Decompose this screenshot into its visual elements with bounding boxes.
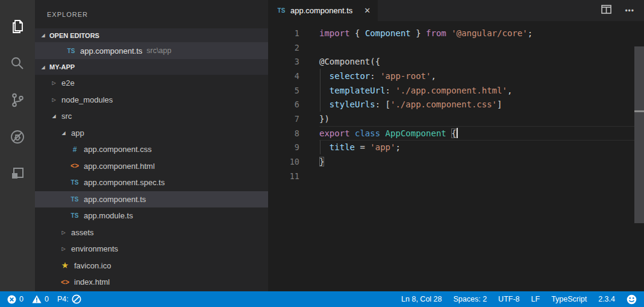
code-line-11[interactable]: 11 bbox=[268, 169, 644, 183]
tab-label: app.component.ts bbox=[290, 6, 352, 15]
code-token: 'app-root' bbox=[380, 71, 431, 81]
tree-item-environments[interactable]: ▷environments bbox=[35, 241, 268, 258]
line-number[interactable]: 11 bbox=[268, 171, 319, 181]
indent-guide bbox=[320, 97, 320, 112]
code-token bbox=[319, 100, 330, 109]
tree-item-favicon.ico[interactable]: ★favicon.ico bbox=[35, 258, 268, 274]
eol-sequence[interactable]: LF bbox=[531, 295, 540, 303]
code-token: '@angular/core' bbox=[451, 28, 527, 38]
code-token: , bbox=[507, 86, 512, 95]
project-header[interactable]: ◢ MY-APP bbox=[35, 59, 268, 75]
editor-scrollbar bbox=[634, 42, 644, 291]
line-content: export class AppComponent { bbox=[319, 126, 644, 141]
scrollbar-slider[interactable] bbox=[634, 46, 644, 223]
debug-icon[interactable] bbox=[0, 118, 35, 155]
tree-item-assets[interactable]: ▷assets bbox=[35, 224, 268, 241]
editor-actions: ••• bbox=[601, 0, 644, 21]
typescript-version[interactable]: 2.3.4 bbox=[598, 295, 615, 303]
tree-item-app[interactable]: ◢app bbox=[35, 125, 268, 142]
encoding[interactable]: UTF-8 bbox=[498, 295, 519, 303]
code-line-7[interactable]: 7}) bbox=[268, 112, 644, 126]
language-mode[interactable]: TypeScript bbox=[551, 295, 587, 303]
html-file-icon: <> bbox=[60, 278, 70, 286]
tab-app-component-ts[interactable]: TS app.component.ts ✕ bbox=[268, 0, 378, 21]
tree-item-label: node_modules bbox=[61, 95, 113, 104]
line-number[interactable]: 9 bbox=[268, 142, 319, 152]
code-token: : bbox=[370, 71, 380, 81]
perforce-status[interactable]: P4: bbox=[57, 294, 81, 304]
tree-item-label: app.component.spec.ts bbox=[84, 178, 164, 187]
tree-item-app.component.spec.ts[interactable]: TSapp.component.spec.ts bbox=[35, 174, 268, 191]
more-actions-icon[interactable]: ••• bbox=[625, 7, 634, 15]
search-icon[interactable] bbox=[0, 45, 35, 81]
code-token: import bbox=[319, 28, 350, 38]
split-editor-icon[interactable] bbox=[601, 5, 611, 16]
code-token bbox=[319, 142, 330, 152]
status-left: 0 0 P4: bbox=[7, 294, 81, 304]
open-editors-label: OPEN EDITORS bbox=[49, 32, 99, 39]
code-line-9[interactable]: 9 title = 'app'; bbox=[268, 141, 644, 155]
code-editor[interactable]: 1import { Component } from '@angular/cor… bbox=[268, 21, 644, 291]
sidebar-explorer: EXPLORER ◢ OPEN EDITORS TS app.component… bbox=[35, 0, 268, 291]
code-token bbox=[446, 28, 451, 38]
line-number[interactable]: 6 bbox=[268, 100, 319, 109]
extensions-icon[interactable] bbox=[0, 155, 35, 192]
tree-item-node_modules[interactable]: ▷node_modules bbox=[35, 92, 268, 109]
line-number[interactable]: 10 bbox=[268, 157, 319, 166]
tree-item-app.component.ts[interactable]: TSapp.component.ts bbox=[35, 191, 268, 208]
open-editors-header[interactable]: ◢ OPEN EDITORS bbox=[35, 28, 268, 42]
sidebar-title: EXPLORER bbox=[35, 0, 268, 28]
code-token: { bbox=[451, 128, 456, 138]
code-line-5[interactable]: 5 templateUrl: './app.component.html', bbox=[268, 83, 644, 98]
close-tab-icon[interactable]: ✕ bbox=[364, 6, 370, 15]
code-line-8[interactable]: 8export class AppComponent { bbox=[268, 126, 644, 141]
indentation[interactable]: Spaces: 2 bbox=[454, 295, 487, 303]
code-token: styleUrls bbox=[330, 100, 375, 109]
line-content bbox=[319, 40, 644, 55]
code-line-4[interactable]: 4 selector: 'app-root', bbox=[268, 69, 644, 83]
overview-ruler-cursor-marker bbox=[634, 110, 644, 112]
tree-item-label: index.html bbox=[74, 277, 110, 286]
code-line-3[interactable]: 3@Component({ bbox=[268, 54, 644, 69]
tree-item-src[interactable]: ◢src bbox=[35, 108, 268, 125]
problems-errors[interactable]: 0 bbox=[7, 295, 23, 304]
code-token: = bbox=[355, 142, 370, 152]
code-token: } bbox=[319, 157, 324, 166]
code-line-1[interactable]: 1import { Component } from '@angular/cor… bbox=[268, 26, 644, 40]
tree-item-e2e[interactable]: ▷e2e bbox=[35, 75, 268, 92]
open-editor-item[interactable]: TS app.component.ts src\app bbox=[35, 42, 268, 59]
tree-item-app.module.ts[interactable]: TSapp.module.ts bbox=[35, 207, 268, 224]
tree-item-app.component.html[interactable]: <>app.component.html bbox=[35, 158, 268, 175]
code-token: ] bbox=[497, 100, 502, 109]
cursor-position[interactable]: Ln 8, Col 28 bbox=[401, 295, 442, 303]
code-line-6[interactable]: 6 styleUrls: ['./app.component.css'] bbox=[268, 97, 644, 112]
tree-item-app.component.css[interactable]: #app.component.css bbox=[35, 141, 268, 158]
line-number[interactable]: 8 bbox=[268, 128, 319, 138]
source-control-icon[interactable] bbox=[0, 81, 35, 118]
line-number[interactable]: 7 bbox=[268, 114, 319, 124]
tree-item-index.html[interactable]: <>index.html bbox=[35, 274, 268, 291]
line-number[interactable]: 4 bbox=[268, 71, 319, 81]
code-token bbox=[446, 128, 451, 138]
code-line-10[interactable]: 10} bbox=[268, 154, 644, 169]
feedback-smiley-icon[interactable] bbox=[627, 294, 637, 305]
code-token: ; bbox=[528, 28, 533, 38]
line-content: } bbox=[319, 154, 644, 169]
problems-warnings[interactable]: 0 bbox=[32, 295, 49, 303]
chevron-expanded-icon: ◢ bbox=[40, 33, 46, 38]
code-token: ; bbox=[395, 142, 400, 152]
line-number[interactable]: 1 bbox=[268, 28, 319, 38]
line-number[interactable]: 2 bbox=[268, 43, 319, 52]
indent-guide bbox=[320, 69, 320, 83]
html-file-icon: <> bbox=[70, 162, 80, 170]
status-bar: 0 0 P4: Ln 8, Col 28 Spaces: 2 bbox=[0, 291, 644, 307]
tree-item-label: assets bbox=[71, 228, 94, 237]
line-content: }) bbox=[319, 112, 644, 126]
code-token: AppComponent bbox=[386, 128, 446, 138]
code-line-2[interactable]: 2 bbox=[268, 40, 644, 55]
line-number[interactable]: 5 bbox=[268, 86, 319, 95]
explorer-icon[interactable] bbox=[0, 8, 35, 45]
line-number[interactable]: 3 bbox=[268, 57, 319, 66]
tree-item-label: app bbox=[71, 128, 84, 138]
file-tree: ▷e2e▷node_modules◢src◢app#app.component.… bbox=[35, 75, 268, 291]
